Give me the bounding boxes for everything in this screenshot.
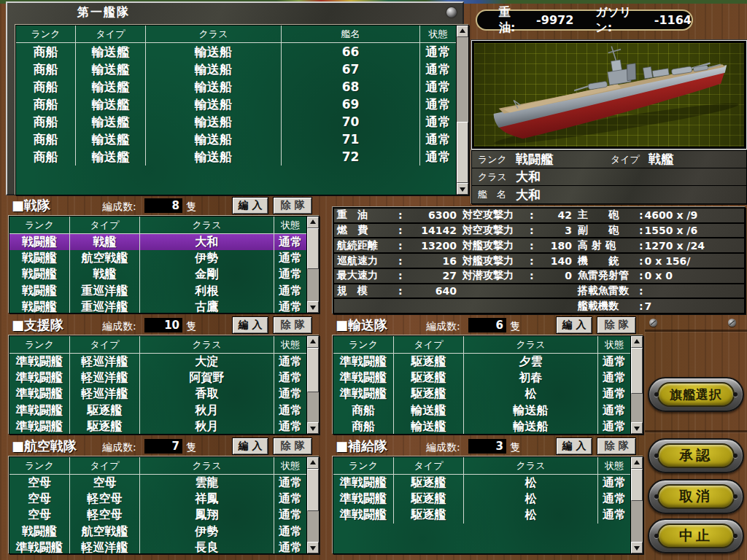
table-row[interactable]: 準戦闘艦駆逐艦松通常	[333, 475, 630, 491]
table-row[interactable]: 準戦闘艦軽巡洋艦長良通常	[9, 540, 306, 553]
count-input[interactable]	[144, 318, 182, 332]
cancel-label: 取消	[657, 484, 735, 509]
scrollbar-thumb[interactable]	[307, 228, 319, 269]
enlist-button[interactable]: 編 入	[232, 197, 268, 214]
table-row[interactable]: 準戦闘艦駆逐艦松通常	[333, 386, 630, 402]
stat-text: 3	[535, 225, 572, 236]
scrollbar[interactable]	[630, 336, 643, 434]
scrollbar-thumb[interactable]	[307, 469, 319, 511]
scrollbar-track[interactable]	[631, 348, 643, 422]
approve-button[interactable]: 承認	[648, 438, 744, 473]
table-row[interactable]: 戦闘艦航空戦艦伊勢通常	[9, 524, 306, 540]
table-row[interactable]: 準戦闘艦軽巡洋艦阿賀野通常	[9, 370, 306, 386]
table-cell: 商船	[16, 96, 76, 113]
table-row[interactable]: 商船輸送艦輸送船70通常	[16, 113, 456, 131]
scroll-down-button[interactable]	[631, 422, 643, 434]
table-row[interactable]: 準戦闘艦駆逐艦秋月通常	[9, 402, 306, 419]
dismiss-button[interactable]: 除 隊	[597, 316, 636, 334]
enlist-button[interactable]: 編 入	[232, 438, 268, 455]
scroll-up-button[interactable]	[457, 26, 468, 37]
table-row[interactable]: 準戦闘艦駆逐艦夕雲通常	[333, 354, 630, 370]
table-cell: 通常	[420, 78, 456, 96]
scrollbar-thumb[interactable]	[457, 122, 468, 183]
table-row[interactable]: 準戦闘艦軽巡洋艦香取通常	[9, 386, 306, 402]
scrollbar-thumb[interactable]	[307, 348, 319, 392]
scroll-down-button[interactable]	[307, 422, 319, 434]
scrollbar-thumb[interactable]	[631, 469, 643, 501]
scrollbar-thumb[interactable]	[631, 348, 643, 394]
enlist-button[interactable]: 編 入	[556, 438, 592, 455]
count-input[interactable]	[144, 439, 182, 454]
scroll-up-button[interactable]	[307, 336, 319, 348]
scroll-down-button[interactable]	[307, 301, 319, 313]
enlist-button[interactable]: 編 入	[232, 316, 268, 334]
table-row[interactable]: 商船輸送艦輸送船69通常	[16, 96, 456, 113]
scrollbar[interactable]	[306, 336, 319, 434]
table-row[interactable]: 戦闘艦航空戦艦伊勢通常	[9, 250, 306, 266]
scrollbar-track[interactable]	[457, 37, 468, 183]
table-row[interactable]: 準戦闘艦駆逐艦秋月通常	[9, 419, 306, 434]
table-row[interactable]: 戦闘艦重巡洋艦利根通常	[9, 283, 306, 299]
count-input[interactable]	[144, 198, 182, 213]
count-input[interactable]	[468, 439, 506, 454]
stat-row: 航続距離:13200	[334, 238, 460, 254]
table-cell: 準戦闘艦	[333, 370, 394, 386]
table-row[interactable]: 空母軽空母鳳翔通常	[9, 508, 306, 524]
table-row[interactable]: 商船輸送艦輸送船通常	[333, 419, 630, 434]
scrollbar-track[interactable]	[307, 469, 319, 542]
scrollbar[interactable]	[306, 457, 319, 553]
scrollbar-track[interactable]	[307, 348, 319, 422]
stat-text: 対艦攻撃力	[462, 254, 528, 268]
column-header: クラス	[140, 336, 274, 353]
table-row[interactable]: 商船輸送艦輸送船通常	[333, 402, 630, 419]
table-row[interactable]: 商船輸送艦輸送船71通常	[16, 131, 456, 148]
table-row[interactable]: 準戦闘艦駆逐艦松通常	[333, 491, 630, 507]
enlist-button[interactable]: 編 入	[556, 316, 592, 334]
table-row[interactable]: 戦闘艦重巡洋艦古鷹通常	[9, 300, 306, 313]
scroll-down-button[interactable]	[631, 542, 643, 553]
dismiss-button[interactable]: 除 隊	[597, 438, 636, 455]
scroll-down-button[interactable]	[457, 183, 468, 195]
table-cell: 戦闘艦	[9, 283, 70, 299]
scrollbar-track[interactable]	[631, 469, 643, 542]
ship-info-row: クラス 大和	[472, 168, 746, 186]
abort-label: 中止	[657, 524, 735, 548]
dismiss-button[interactable]: 除 隊	[273, 316, 312, 334]
scrollbar[interactable]	[630, 457, 643, 553]
table-row[interactable]: 空母軽空母祥鳳通常	[9, 491, 306, 507]
table-cell: 準戦闘艦	[9, 354, 70, 370]
abort-button[interactable]: 中止	[648, 518, 744, 553]
table-row[interactable]: 商船輸送艦輸送船66通常	[16, 43, 456, 61]
squad-title: ■支援隊	[12, 316, 63, 334]
flagship-select-button[interactable]: 旗艦選択	[648, 377, 744, 412]
unit-label: 隻	[510, 320, 520, 333]
table-row[interactable]: 戦闘艦戦艦金剛通常	[9, 267, 306, 283]
table-cell: 通常	[598, 402, 630, 419]
stat-text: 航続距離	[337, 239, 397, 252]
table-cell: 通常	[274, 250, 306, 266]
scrollbar-track[interactable]	[307, 228, 319, 301]
table-row[interactable]: 商船輸送艦輸送船72通常	[16, 148, 456, 166]
dismiss-button[interactable]: 除 隊	[273, 438, 312, 455]
count-input[interactable]	[468, 318, 506, 332]
fleet-scrollbar[interactable]	[456, 26, 468, 195]
scroll-up-button[interactable]	[631, 336, 643, 348]
stat-row: 機 銃:0 x 156/	[575, 254, 744, 269]
table-row[interactable]: 空母空母雲龍通常	[9, 475, 306, 491]
panel-orb-button[interactable]	[446, 7, 457, 18]
table-cell: 軽巡洋艦	[70, 386, 140, 402]
scrollbar[interactable]	[306, 217, 319, 313]
scroll-up-button[interactable]	[307, 217, 319, 228]
table-row[interactable]: 準戦闘艦軽巡洋艦大淀通常	[9, 354, 306, 370]
table-row[interactable]: 準戦闘艦駆逐艦松通常	[333, 508, 630, 524]
scroll-up-button[interactable]	[307, 457, 319, 469]
cancel-button[interactable]: 取消	[648, 479, 744, 514]
scroll-up-button[interactable]	[631, 457, 643, 469]
table-row[interactable]: 戦闘艦戦艦大和通常	[9, 234, 306, 250]
dismiss-button[interactable]: 除 隊	[273, 197, 312, 214]
resource-status: 重油: -9972 ガソリン: -1164	[476, 9, 693, 31]
table-row[interactable]: 準戦闘艦駆逐艦初春通常	[333, 370, 630, 386]
table-row[interactable]: 商船輸送艦輸送船68通常	[16, 78, 456, 96]
scroll-down-button[interactable]	[307, 542, 319, 553]
table-row[interactable]: 商船輸送艦輸送船67通常	[16, 61, 456, 78]
